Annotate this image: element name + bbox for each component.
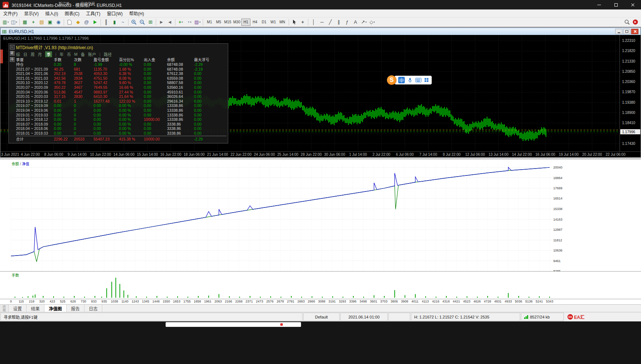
tester-x-label: 5138 xyxy=(525,300,533,303)
bar-chart-icon[interactable]: ║ xyxy=(102,18,110,26)
tester-tab-1[interactable]: 结果 xyxy=(27,305,44,312)
stats-cell: 2018.10 ~ 2018.12 xyxy=(16,117,54,122)
stats-tab-0[interactable]: 综 xyxy=(16,51,20,57)
line-chart-icon[interactable]: ~ xyxy=(119,18,127,26)
stats-tab-3[interactable]: 月 xyxy=(38,51,42,57)
menu-charts[interactable]: 图表(C) xyxy=(62,9,83,17)
menu-view[interactable]: 显示(V) xyxy=(21,9,42,17)
timeframe-m15[interactable]: M15 xyxy=(223,19,232,26)
timeframe-m5[interactable]: M5 xyxy=(214,19,223,26)
stats-tab-2[interactable]: 周 xyxy=(31,51,35,57)
tester-tab-3[interactable]: 报告 xyxy=(67,305,84,312)
chart-minimize-icon xyxy=(618,32,620,33)
zoom-out-icon[interactable] xyxy=(138,18,146,26)
stats-tab-4[interactable]: 季 xyxy=(45,51,52,57)
new-chart-icon[interactable]: ▥▾ xyxy=(1,18,10,26)
stats-tab-7[interactable]: 币 xyxy=(67,51,71,57)
stats-cell: 36026.64 xyxy=(167,94,194,99)
strategy-tester-icon[interactable]: ◉ xyxy=(54,18,63,26)
ime-mode-toggle[interactable]: 中 xyxy=(398,77,405,83)
legend-balance: 余额 xyxy=(12,162,19,166)
cursor-icon[interactable] xyxy=(290,18,298,26)
stats-tab-8[interactable]: M xyxy=(74,52,78,56)
metaeditor-icon[interactable]: ◆ xyxy=(74,18,82,26)
stats-tab-1[interactable]: 日 xyxy=(23,51,27,57)
trendline-icon[interactable]: ╱ xyxy=(326,18,335,26)
fibonacci-icon[interactable]: ƒ xyxy=(343,18,351,26)
tester-tab-2[interactable]: 净值图 xyxy=(44,305,67,312)
stats-row: 2019.10 ~ 2019.120.01116277.48122.03 %0.… xyxy=(16,99,226,104)
time-axis[interactable]: 3 Jun 20214 Jun 22:008 Jun 06:009 Jun 14… xyxy=(0,151,641,157)
market-watch-icon[interactable]: ▦ xyxy=(21,18,29,26)
price-axis[interactable]: 1.17996 1.223101.218201.213301.208501.20… xyxy=(620,35,641,151)
chart-restore-button[interactable] xyxy=(623,29,630,34)
stats-cell: 0.00 xyxy=(194,113,220,118)
tile-windows-icon[interactable]: ⊞ xyxy=(146,18,155,26)
data-window-icon[interactable]: + xyxy=(29,18,37,26)
navigator-icon[interactable]: ▤ xyxy=(37,18,46,26)
timeframe-w1[interactable]: W1 xyxy=(269,19,278,26)
menu-file[interactable]: 文件(F) xyxy=(0,9,21,17)
panel-collapse-button[interactable]: − xyxy=(10,45,15,50)
vertical-line-icon[interactable]: │ xyxy=(309,18,318,26)
terminal-icon[interactable]: ▣ xyxy=(46,18,54,26)
close-button[interactable] xyxy=(624,0,641,9)
stats-cell: 0.00 xyxy=(54,113,74,118)
periods-icon[interactable]: ◔▾ xyxy=(185,18,193,26)
timeframe-h1[interactable]: H1 xyxy=(241,19,250,26)
chart-window-titlebar[interactable]: EURUSD,H1 xyxy=(0,28,641,35)
stats-cell: 2834 xyxy=(74,76,94,81)
stats-tab-10[interactable]: 账户 xyxy=(88,51,96,57)
stats-tab-9[interactable]: 备 xyxy=(81,51,85,57)
ime-mic-icon[interactable] xyxy=(408,78,412,83)
stats-tab-6[interactable]: 年 xyxy=(60,51,64,57)
templates-icon[interactable]: ▨▾ xyxy=(193,18,202,26)
web-request-icon[interactable]: @ xyxy=(82,18,91,26)
arrows-icon[interactable]: ↗▾ xyxy=(360,18,368,26)
timeframe-m1[interactable]: M1 xyxy=(205,19,214,26)
timeframe-h4[interactable]: H4 xyxy=(250,19,260,26)
shapes-icon[interactable]: ◇▾ xyxy=(368,18,376,26)
new-order-button[interactable]: 新订单 xyxy=(65,18,74,26)
stats-cell: 0.00 % xyxy=(119,103,144,108)
status-time: 2021.06.14 01:00 xyxy=(340,313,388,321)
menu-insert[interactable]: 插入(I) xyxy=(42,9,61,17)
ime-keyboard-icon[interactable] xyxy=(415,78,422,82)
panel-side-button-0[interactable]: 撤 xyxy=(10,51,15,56)
menu-window[interactable]: 窗口(W) xyxy=(104,9,126,17)
timeframe-mn[interactable]: MN xyxy=(278,19,287,26)
stats-cell: 2538 xyxy=(74,71,94,76)
text-label-icon[interactable]: A xyxy=(351,18,360,26)
price-chart[interactable]: EURUSD,H1 1.17960 1.17996 1.17957 1.1799… xyxy=(0,35,641,151)
chart-close-button[interactable] xyxy=(631,29,638,34)
stats-tab-12[interactable]: 路径 xyxy=(104,51,112,57)
crosshair-icon[interactable]: + xyxy=(298,18,307,26)
tester-tab-0[interactable]: 设置 xyxy=(9,305,27,312)
stats-cell: 0.00 xyxy=(144,94,167,99)
timeframe-d1[interactable]: D1 xyxy=(260,19,269,26)
menu-help[interactable]: 帮助(H) xyxy=(126,9,147,17)
chart-profiles-icon[interactable]: ◫▾ xyxy=(10,18,18,26)
status-profile[interactable]: Default xyxy=(303,313,340,321)
search-icon[interactable] xyxy=(623,18,631,26)
zoom-in-icon[interactable] xyxy=(130,18,138,26)
panel-side-button-1[interactable]: 持 xyxy=(10,57,15,62)
chart-minimize-button[interactable] xyxy=(615,29,622,34)
minimize-button[interactable] xyxy=(591,0,608,9)
indicators-icon[interactable]: +▾ xyxy=(177,18,185,26)
channel-icon[interactable]: ∥ xyxy=(335,18,343,26)
candlestick-chart-icon[interactable]: ▮ xyxy=(110,18,119,26)
menu-tools[interactable]: 工具(T) xyxy=(83,9,103,17)
ime-toolbox-icon[interactable] xyxy=(424,78,429,82)
auto-scroll-icon[interactable]: ► xyxy=(157,18,166,26)
tester-tab-4[interactable]: 日志 xyxy=(84,305,102,312)
timeframe-m30[interactable]: M30 xyxy=(232,19,241,26)
chart-shift-icon[interactable]: ◄ xyxy=(166,18,174,26)
maximize-button[interactable] xyxy=(608,0,624,9)
community-icon[interactable] xyxy=(631,18,640,26)
autotrading-button[interactable]: 自动交易 xyxy=(91,18,99,26)
time-label: 6 Jul 06:00 xyxy=(396,153,414,157)
stats-row: 持仓0.208-1.99-0.00 %0.0068748.08-2.29 xyxy=(16,62,226,67)
ime-logo-icon[interactable]: S xyxy=(387,75,396,85)
horizontal-line-icon[interactable]: ─ xyxy=(318,18,326,26)
